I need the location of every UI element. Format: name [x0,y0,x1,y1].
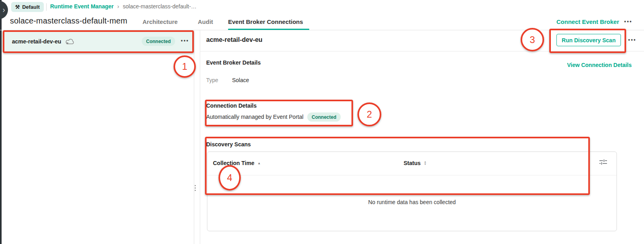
panel-resize-handle[interactable] [195,185,196,191]
table-empty-state: No runtime data has been collected [207,199,617,205]
breadcrumb: Runtime Event Manager › solace-mastercla… [50,3,197,10]
page-overflow-menu-icon[interactable]: ••• [624,18,632,25]
run-discovery-scan-button[interactable]: Run Discovery Scan [556,34,621,46]
type-label: Type [206,77,218,83]
tab-audit[interactable]: Audit [198,18,213,25]
tools-icon: ⚒ [15,4,20,10]
connection-details-heading: Connection Details [206,102,257,109]
sort-ascending-icon: ▲ [258,161,261,165]
discovery-scans-table: Collection Time ▲ Status ▲▼ No runtime d… [207,152,617,231]
broker-header-divider [200,51,644,51]
runtime-event-manager-page: › ⚒ Default Runtime Event Manager › sola… [0,0,644,244]
environment-badge[interactable]: ⚒ Default [11,2,44,12]
tab-event-broker-connections[interactable]: Event Broker Connections [228,18,303,25]
collection-time-label: Collection Time [213,160,254,166]
column-header-status[interactable]: Status ▲▼ [404,160,427,166]
page-title: solace-masterclass-default-mem [10,16,127,26]
discovery-scans-heading: Discovery Scans [206,141,251,148]
broker-detail-title: acme-retail-dev-eu [206,36,262,43]
topbar-divider [46,3,47,11]
breadcrumb-runtime-event-manager[interactable]: Runtime Event Manager [50,3,113,10]
type-value: Solace [232,77,249,83]
tab-architecture[interactable]: Architecture [142,18,178,25]
connection-status-badge: Connected [307,112,341,122]
cloud-broker-icon [65,38,74,45]
broker-status-badge: Connected [142,37,175,46]
environment-badge-label: Default [22,4,40,10]
breadcrumb-current: solace-masterclass-default-… [123,3,196,10]
broker-item-name: acme-retail-dev-eu [12,38,61,45]
annotation-circle-2: 2 [357,102,381,126]
broker-list-item-acme-retail-dev-eu[interactable]: acme-retail-dev-eu Connected ••• [2,31,194,52]
connection-managed-text: Automatically managed by Event Portal [206,114,303,120]
connect-event-broker-button[interactable]: Connect Event Broker [556,18,619,25]
annotation-circle-3: 3 [521,28,544,51]
sort-toggle-icon: ▲▼ [424,161,427,165]
status-label: Status [404,160,421,166]
column-header-collection-time[interactable]: Collection Time ▲ [213,160,261,166]
main-panel-border [200,30,200,244]
breadcrumb-separator-icon: › [117,3,119,10]
annotation-circle-1: 1 [174,55,196,78]
event-broker-details-heading: Event Broker Details [206,59,261,66]
header-divider [0,30,644,30]
view-connection-details-link[interactable]: View Connection Details [567,62,632,68]
expand-sidebar-toggle[interactable]: › [0,1,8,19]
table-header-divider [207,175,617,175]
broker-overflow-menu-icon[interactable]: ••• [628,37,636,43]
chevron-right-icon: › [2,5,5,14]
table-settings-icon[interactable] [599,159,607,167]
broker-item-menu-icon[interactable]: ••• [181,37,189,44]
left-panel-border [194,30,194,244]
